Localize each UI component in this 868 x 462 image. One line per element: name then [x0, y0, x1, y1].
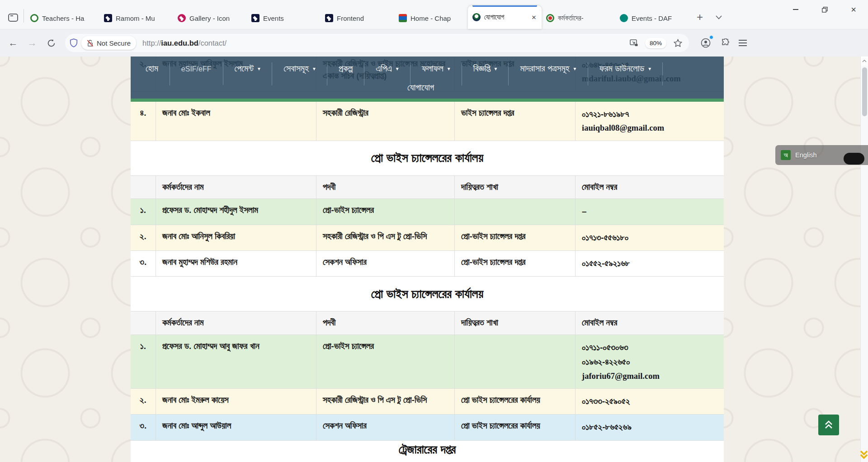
zoom-level-badge[interactable]: 80% [645, 38, 666, 48]
scrollbar-up-arrow[interactable] [861, 57, 868, 66]
favorite-star-icon[interactable] [671, 36, 684, 50]
cell-num: ২. [131, 225, 156, 250]
tab-close-icon[interactable]: × [531, 14, 537, 21]
browser-tab-7[interactable]: যোগাযোগ× [468, 5, 542, 29]
phone-number: ০১৯৬২-৪২২৬৫০ [582, 355, 717, 369]
address-bar[interactable]: Not Secure http://iau.edu.bd/contact/ 80… [65, 34, 689, 52]
phone-number: ০১৫৫২-৫৯২১৬৮ [582, 256, 717, 271]
forward-button[interactable]: → [24, 34, 41, 52]
section-2-row-3: ৩.জনাব মোঃ আব্দুল আউয়ালসেকশন অফিসারপ্রো… [131, 415, 724, 440]
scrollbar-thumb[interactable] [862, 67, 867, 116]
chevron-down-icon: ▾ [448, 66, 450, 72]
nav-item-10[interactable]: ফরম ডাউনলোড▾ [588, 62, 663, 85]
profile-button[interactable] [699, 36, 712, 50]
section-1-row-1: ১.প্রফেসর ড. মোহাম্মদ শহীদুল ইসলামপ্রো-ভ… [131, 199, 724, 225]
scroll-to-top-button[interactable] [818, 415, 839, 435]
browser-tab-9[interactable]: Events - DAF [615, 7, 689, 29]
cell-name: জনাব মুহাম্মদ মশিউর রহমান [156, 251, 316, 276]
nav-item-5[interactable]: প্রকল্প [327, 62, 364, 85]
column-header: মোবাইল নম্বর [576, 311, 724, 335]
avatar-icon [701, 38, 711, 48]
minimize-button[interactable] [781, 0, 810, 19]
cell-name: জনাব মোঃ ইমরুল কায়েস [156, 389, 316, 414]
browser-tab-5[interactable]: Frontend [321, 7, 394, 29]
double-chevron-up-icon [824, 420, 833, 430]
site-security-chip[interactable]: Not Secure [81, 36, 136, 50]
close-button[interactable]: × [839, 0, 868, 19]
column-header: পদবী [316, 311, 455, 335]
nav-item-9[interactable]: মাদরাসার পত্রসমূহ▾ [509, 62, 588, 85]
language-switcher[interactable]: অ English [775, 145, 868, 165]
send-to-device-icon[interactable] [627, 36, 641, 50]
maximize-button[interactable] [810, 0, 839, 19]
chevron-down-icon: ▾ [258, 66, 260, 72]
page-scrollbar[interactable] [860, 57, 868, 462]
cell-num: ৩. [131, 415, 156, 440]
browser-tab-8[interactable]: কর্মকর্তাদের- [542, 7, 615, 29]
nav-item-2[interactable]: eSIF/eFF [170, 62, 223, 85]
tab-search-dropdown-button[interactable] [712, 10, 726, 24]
cell-name: জনাব মোঃ আব্দুল আউয়াল [156, 415, 316, 440]
browser-tab-1[interactable]: Teachers - Ha [26, 7, 99, 29]
window-controls: × [781, 0, 868, 19]
settings-menu-button[interactable] [739, 40, 747, 46]
back-button[interactable]: ← [5, 34, 22, 52]
nav-item-label: সেবাসমূহ [283, 63, 309, 74]
cell-branch: প্রো ভাইস চ্যান্সেলরের কার্যালয় [455, 415, 576, 440]
section-2-row-1: ১.প্রফেসর ড. মোহাম্মদ আবু জাফর খানপ্রো-ভ… [131, 335, 724, 389]
cell-position: সহকারী রেজিস্ট্রার ও পি এস টু প্রো-ভিসি [316, 225, 455, 250]
nav-item-4[interactable]: সেবাসমূহ▾ [272, 62, 327, 85]
cell-position: প্রো-ভাইস চ্যান্সেলর [316, 335, 455, 388]
refresh-button[interactable] [42, 34, 60, 52]
tab-favicon-icon [325, 14, 333, 22]
nav-item-1[interactable]: হোম [134, 62, 170, 85]
browser-tab-6[interactable]: Home - Chap [394, 7, 468, 29]
nav-item-3[interactable]: পেমেন্ট▾ [223, 62, 273, 85]
contact-sections: প্রো ভাইস চ্যান্সেলরের কার্যালয়কর্মকর্ত… [131, 141, 724, 441]
phone-number: ০১৭১১-০৫৩০৬৩ [582, 340, 717, 355]
email-address: iauiqbal08@gmail.com [582, 122, 717, 135]
phone-number: – [582, 204, 717, 219]
tab-favicon-icon [104, 14, 112, 22]
section-1-row-2: ২.জনাব মোঃ আনিসুল কিবরিয়াসহকারী রেজিস্ট… [131, 225, 724, 251]
tab-actions-button[interactable] [5, 10, 21, 25]
cell-name: জনাব মোঃ ইকবাল [156, 102, 316, 141]
cell-num: ৪. [131, 102, 156, 141]
cursor-hand-icon [844, 153, 864, 165]
browser-tab-3[interactable]: Gallery - Icon [173, 7, 247, 29]
puzzle-icon [721, 38, 730, 47]
chevron-down-icon: ▾ [396, 66, 399, 72]
nav-item-label: eSIF/eFF [181, 65, 212, 73]
email-address: jaforiu67@gmail.com [582, 370, 717, 383]
extensions-button[interactable] [719, 36, 732, 50]
column-header: দায়িত্বরত শাখা [455, 176, 576, 199]
phone-number: ০১৭১৩-৫৫৬১৮০ [582, 231, 717, 245]
chevron-down-icon [716, 15, 722, 19]
scroll-down-marker[interactable] [858, 450, 868, 461]
cell-num: ২. [131, 389, 156, 414]
profile-notification-dot [709, 35, 713, 39]
cell-branch [455, 335, 576, 388]
new-tab-button[interactable]: + [693, 10, 707, 24]
toolbar-right-actions [699, 36, 747, 50]
nav-item-6[interactable]: এপিএ▾ [364, 62, 410, 85]
browser-tab-4[interactable]: Events [247, 7, 321, 29]
browser-tab-2[interactable]: Ramom - Mu [99, 7, 173, 29]
browser-toolbar: ← → Not Secure http://iau.edu.bd/contact… [0, 29, 868, 57]
tab-favicon-icon [546, 14, 554, 22]
security-label: Not Secure [97, 39, 131, 47]
cell-mobile: ০১৭১৩-৫৫৬১৮০ [576, 225, 724, 250]
content-column: ২.জনাব মুহাম্মদ আরিফুল ইসলামসহকারী রেজিস… [131, 57, 724, 462]
column-header: কর্মকর্তাদের নাম [156, 311, 316, 335]
nav-item-contact[interactable]: যোগাযোগ [407, 82, 434, 93]
tab-favicon-icon [472, 13, 481, 21]
url-text[interactable]: http://iau.edu.bd/contact/ [142, 39, 623, 47]
tracking-prevention-shield-icon[interactable] [70, 38, 78, 47]
minimize-icon [793, 9, 798, 10]
column-header: পদবী [316, 176, 455, 199]
nav-item-label: পেমেন্ট [235, 63, 254, 74]
chevron-down-icon: ▾ [574, 66, 576, 72]
cell-num: ৩. [131, 251, 156, 276]
cell-position: সেকশন অফিসার [316, 415, 455, 440]
nav-item-8[interactable]: বিজ্ঞপ্তি▾ [462, 62, 509, 85]
